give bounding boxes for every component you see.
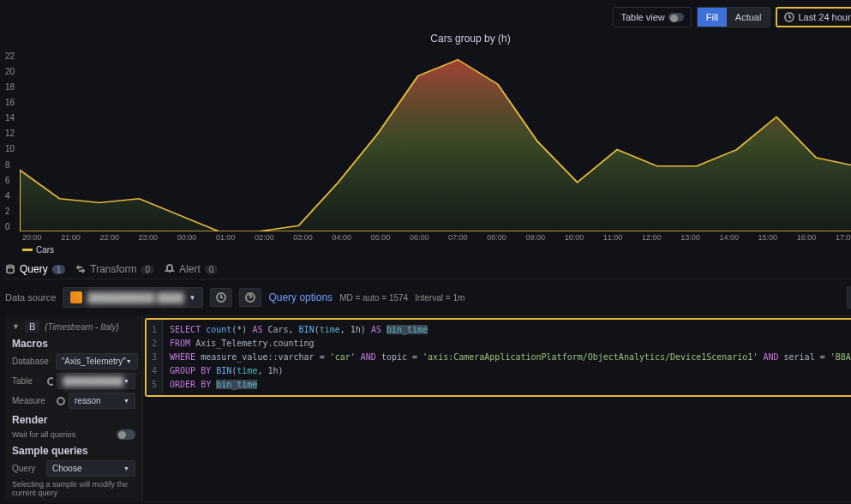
editor-sidebar: ▼ B (Timestream - Italy) Macros Database… <box>5 315 142 502</box>
x-axis: 20:0021:0022:0023:0000:0001:0002:0003:00… <box>5 233 851 242</box>
editor-area: 12345 SELECT count(*) AS Cars, BIN(time,… <box>142 315 851 502</box>
measure-label: Measure <box>12 396 53 405</box>
datasource-help-button[interactable] <box>239 288 261 307</box>
fill-option[interactable]: Fill <box>698 8 727 27</box>
table-label: Table <box>12 376 44 386</box>
table-select[interactable]: ██████████▼ <box>57 373 135 389</box>
wait-toggle[interactable] <box>117 429 135 440</box>
tab-alert[interactable]: Alert 0 <box>165 263 218 275</box>
chart-area: 2220181614121086420 <box>5 51 851 231</box>
database-label: Database <box>12 357 49 366</box>
legend-swatch <box>22 249 33 251</box>
md-meta: MD = auto = 1574 <box>339 293 408 303</box>
actual-option[interactable]: Actual <box>727 8 770 27</box>
database-select[interactable]: "Axis_Telemetry"▼ <box>56 353 138 369</box>
tab-query[interactable]: Query 1 <box>5 263 65 275</box>
measure-select[interactable]: reason▼ <box>69 393 135 409</box>
question-icon <box>245 292 255 303</box>
info-icon <box>57 397 65 405</box>
query-source-hint: (Timestream - Italy) <box>45 322 119 332</box>
sql-editor[interactable]: 12345 SELECT count(*) AS Cars, BIN(time,… <box>145 318 851 397</box>
time-range-picker[interactable]: Last 24 hours ▼ <box>776 7 851 27</box>
clock-icon <box>784 12 794 22</box>
samples-title: Sample queries <box>12 445 135 457</box>
table-view-toggle[interactable]: Table view <box>613 7 691 27</box>
chart-plot <box>20 51 851 231</box>
datasource-row: Data source ██████████ ████ ▼ Query opti… <box>5 286 851 309</box>
query-tabs: Query 1 Transform 0 Alert 0 <box>5 263 851 279</box>
query-inspector-button[interactable]: Query inspector <box>847 286 851 309</box>
svg-point-2 <box>7 266 14 268</box>
query-letter: B <box>25 321 39 333</box>
history-icon <box>216 292 226 303</box>
chart-title: Cars group by (h) <box>5 33 851 45</box>
svg-point-7 <box>57 398 64 405</box>
render-title: Render <box>12 414 135 426</box>
fill-actual-toggle[interactable]: Fill Actual <box>697 7 771 27</box>
top-toolbar: Table view Fill Actual Last 24 hours ▼ <box>5 7 851 27</box>
bell-icon <box>165 264 175 274</box>
sample-query-label: Query <box>12 464 43 473</box>
macros-title: Macros <box>12 338 135 350</box>
interval-meta: Interval = 1m <box>415 293 464 303</box>
collapse-icon[interactable]: ▼ <box>12 322 20 331</box>
wait-label: Wait for all queries <box>12 430 75 439</box>
datasource-label: Data source <box>5 292 56 303</box>
y-axis: 2220181614121086420 <box>5 51 20 231</box>
tab-transform[interactable]: Transform 0 <box>75 263 154 275</box>
info-icon <box>47 377 54 386</box>
chart-legend: Cars <box>5 245 851 255</box>
datasource-settings-button[interactable] <box>210 288 232 307</box>
transform-icon <box>75 264 86 274</box>
svg-point-6 <box>48 378 54 385</box>
sample-query-select[interactable]: Choose▼ <box>46 460 135 477</box>
database-icon <box>5 264 15 274</box>
datasource-select[interactable]: ██████████ ████ ▼ <box>63 287 203 308</box>
sample-hint: Selecting a sample will modify the curre… <box>12 480 135 497</box>
query-options-link[interactable]: Query options <box>268 291 333 303</box>
